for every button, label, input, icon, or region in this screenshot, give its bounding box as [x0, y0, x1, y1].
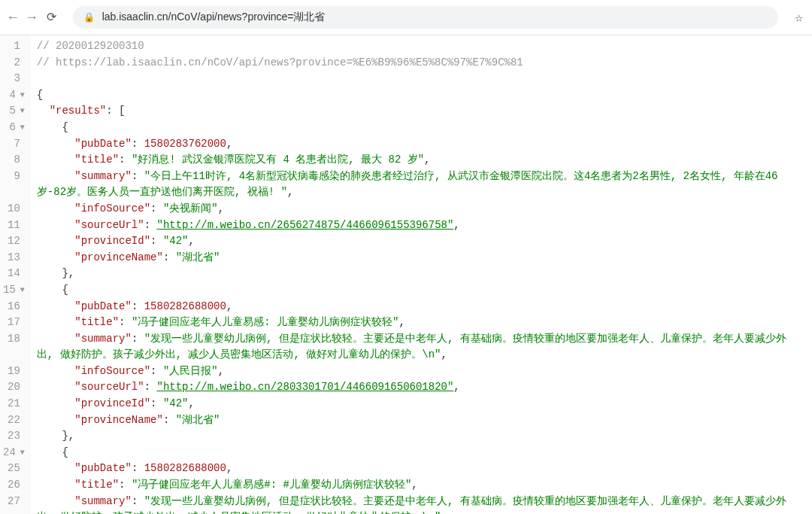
fold-marker[interactable]: ▼ — [20, 120, 25, 136]
code-line: "title": "冯子健回应老年人儿童易感#: #儿童婴幼儿病例症状较轻", — [37, 477, 806, 494]
code-line: // https://lab.isaaclin.cn/nCoV/api/news… — [37, 55, 806, 71]
code-content[interactable]: // 20200129200310// https://lab.isaaclin… — [31, 35, 812, 514]
forward-button[interactable]: → — [28, 10, 36, 25]
code-line: "provinceId": "42", — [37, 396, 806, 412]
line-number: 13 — [3, 250, 25, 266]
line-number: 22 — [3, 412, 25, 429]
code-line: "title": "冯子健回应老年人儿童易感: 儿童婴幼儿病例症状较轻", — [37, 315, 806, 331]
bookmark-star-icon[interactable]: ☆ — [795, 9, 803, 26]
code-line — [37, 71, 806, 87]
code-line: { — [37, 120, 806, 136]
line-number: 15▼ — [3, 282, 25, 299]
line-number-gutter: 1234▼5▼6▼789101112131415▼161718192021222… — [0, 35, 31, 514]
line-number — [3, 347, 25, 363]
line-number: 19 — [3, 363, 25, 380]
line-number: 26 — [3, 477, 25, 494]
line-number: 27 — [3, 494, 25, 510]
code-line: "provinceId": "42", — [37, 233, 806, 250]
code-line: "infoSource": "人民日报", — [37, 363, 806, 380]
line-number: 6▼ — [3, 120, 25, 136]
line-number: 8 — [3, 152, 25, 169]
line-number: 20 — [3, 379, 25, 396]
code-line: { — [37, 445, 806, 461]
code-line: "summary": "今日上午11时许, 4名新型冠状病毒感染的肺炎患者经过治… — [37, 169, 806, 185]
code-line: "title": "好消息! 武汉金银潭医院又有 4 名患者出院, 最大 82 … — [37, 152, 806, 169]
url-text: lab.isaaclin.cn/nCoV/api/news?province=湖… — [102, 11, 768, 24]
code-line: }, — [37, 266, 806, 282]
line-number: 11 — [3, 217, 25, 234]
fold-marker[interactable]: ▼ — [20, 445, 25, 461]
code-line: "summary": "发现一些儿童婴幼儿病例, 但是症状比较轻。主要还是中老年… — [37, 331, 806, 348]
reload-button[interactable]: ⟳ — [47, 10, 56, 25]
line-number: 2 — [3, 55, 25, 71]
code-line: "sourceUrl": "http://m.weibo.cn/28033017… — [37, 379, 806, 396]
line-number — [3, 509, 25, 514]
line-number: 17 — [3, 315, 25, 331]
code-line: "pubDate": 1580283762000, — [37, 136, 806, 153]
line-number: 18 — [3, 331, 25, 348]
code-line: "summary": "发现一些儿童婴幼儿病例, 但是症状比较轻。主要还是中老年… — [37, 494, 806, 510]
line-number: 23 — [3, 428, 25, 445]
code-line: "provinceName": "湖北省" — [37, 412, 806, 429]
line-number: 3 — [3, 71, 25, 87]
line-number: 25 — [3, 461, 25, 477]
code-viewer: 1234▼5▼6▼789101112131415▼161718192021222… — [0, 35, 812, 514]
code-line: "pubDate": 1580282688000, — [37, 299, 806, 315]
fold-marker[interactable]: ▼ — [20, 87, 25, 104]
line-number: 9 — [3, 169, 25, 185]
line-number: 16 — [3, 299, 25, 315]
code-line: "results": [ — [37, 103, 806, 120]
back-button[interactable]: ← — [9, 10, 17, 25]
code-line: 出, 做好防护。孩子减少外出, 减少人员密集地区活动, 做好对儿童幼儿的保护。\… — [37, 347, 806, 363]
line-number: 14 — [3, 266, 25, 282]
fold-marker[interactable]: ▼ — [20, 282, 25, 299]
line-number: 10 — [3, 201, 25, 217]
code-line: "provinceName": "湖北省" — [37, 250, 806, 266]
code-line: 岁-82岁。医务人员一直护送他们离开医院, 祝福! ", — [37, 184, 806, 201]
line-number: 12 — [3, 233, 25, 250]
lock-icon: 🔒 — [83, 12, 95, 23]
code-line: "pubDate": 1580282688000, — [37, 461, 806, 477]
address-bar[interactable]: 🔒 lab.isaaclin.cn/nCoV/api/news?province… — [73, 6, 779, 29]
code-line: { — [37, 282, 806, 299]
line-number: 7 — [3, 136, 25, 153]
line-number: 21 — [3, 396, 25, 412]
line-number: 24▼ — [3, 445, 25, 461]
code-line: "infoSource": "央视新闻", — [37, 201, 806, 217]
line-number: 1 — [3, 38, 25, 55]
browser-toolbar: ← → ⟳ 🔒 lab.isaaclin.cn/nCoV/api/news?pr… — [0, 0, 812, 35]
code-line: 出, 做好防护。孩子减少外出, 减少人员密集地区活动, 做好对儿童幼儿的保护。\… — [37, 509, 806, 514]
code-line: { — [37, 87, 806, 104]
code-line: }, — [37, 428, 806, 445]
line-number — [3, 184, 25, 201]
code-line: // 20200129200310 — [37, 38, 806, 55]
code-line: "sourceUrl": "http://m.weibo.cn/26562748… — [37, 217, 806, 234]
fold-marker[interactable]: ▼ — [20, 103, 25, 120]
line-number: 5▼ — [3, 103, 25, 120]
line-number: 4▼ — [3, 87, 25, 104]
